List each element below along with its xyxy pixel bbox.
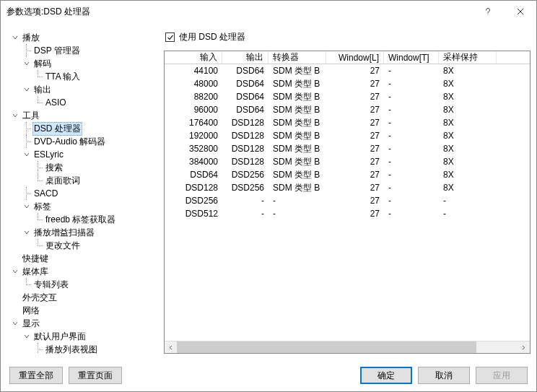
scroll-right-icon[interactable] — [518, 341, 530, 353]
table-cell: - — [384, 131, 439, 141]
tree-item-19[interactable]: 专辑列表 — [6, 278, 158, 291]
horizontal-scrollbar[interactable] — [165, 341, 530, 353]
table-body[interactable]: 44100DSD64SDM 类型 B27-8X48000DSD64SDM 类型 … — [165, 64, 530, 341]
table-cell: DSD128 — [222, 144, 268, 154]
table-row[interactable]: 48000DSD64SDM 类型 B27-8X — [165, 77, 530, 90]
tree-label: 桌面歌词 — [44, 175, 82, 187]
table-row[interactable]: 88200DSD64SDM 类型 B27-8X — [165, 90, 530, 103]
table-cell: - — [384, 105, 439, 115]
tree-item-9[interactable]: ESLyric — [6, 148, 158, 161]
tree-item-6[interactable]: 工具 — [6, 109, 158, 122]
table-cell: 27 — [326, 144, 384, 154]
table-cell: DSD64 — [222, 79, 268, 89]
tree-item-22[interactable]: 显示 — [6, 317, 158, 330]
table-cell: 27 — [326, 105, 384, 115]
right-panel: 使用 DSD 处理器 输入输出转换器Window[L]Window[T]采样保持… — [164, 28, 531, 354]
table-cell: - — [384, 92, 439, 102]
tree-label: 搜索 — [44, 162, 64, 174]
chevron-down-icon[interactable] — [21, 330, 32, 343]
enable-dsd-checkbox[interactable]: 使用 DSD 处理器 — [164, 28, 531, 51]
table-row[interactable]: 192000DSD128SDM 类型 B27-8X — [165, 129, 530, 142]
tree-label: freedb 标签获取器 — [44, 214, 117, 226]
scroll-thumb[interactable] — [177, 341, 476, 353]
table-cell: - — [384, 66, 439, 76]
table-row[interactable]: 96000DSD64SDM 类型 B27-8X — [165, 103, 530, 116]
chevron-down-icon[interactable] — [21, 83, 32, 96]
tree-item-20[interactable]: 外壳交互 — [6, 291, 158, 304]
tree-label: 工具 — [21, 110, 41, 122]
reset-all-button[interactable]: 重置全部 — [9, 367, 63, 384]
column-header-3[interactable]: Window[L] — [326, 51, 384, 64]
tree-label: 标签 — [32, 201, 53, 213]
help-button[interactable] — [471, 1, 504, 22]
table-row[interactable]: DSD512--27-- — [165, 207, 530, 220]
table-cell: - — [384, 170, 439, 180]
table-cell: DSD256 — [222, 170, 268, 180]
tree-item-7[interactable]: DSD 处理器 — [6, 122, 158, 135]
chevron-down-icon[interactable] — [21, 200, 32, 213]
table-row[interactable]: 384000DSD128SDM 类型 B27-8X — [165, 155, 530, 168]
table-cell: DSD512 — [165, 209, 222, 219]
table-cell: 192000 — [165, 131, 222, 141]
chevron-down-icon[interactable] — [21, 148, 32, 161]
tree-item-23[interactable]: 默认用户界面 — [6, 330, 158, 343]
table-cell: 27 — [326, 209, 384, 219]
table-cell: 27 — [326, 79, 384, 89]
scroll-track[interactable] — [177, 341, 518, 353]
tree-item-10[interactable]: 搜索 — [6, 161, 158, 174]
tree-label: DSD 处理器 — [32, 122, 82, 136]
tree-item-0[interactable]: 播放 — [6, 31, 158, 44]
tree-item-2[interactable]: 解码 — [6, 57, 158, 70]
column-header-2[interactable]: 转换器 — [268, 51, 326, 64]
table-row[interactable]: DSD64DSD256SDM 类型 B27-8X — [165, 168, 530, 181]
table-row[interactable]: 44100DSD64SDM 类型 B27-8X — [165, 64, 530, 77]
table-cell: 27 — [326, 196, 384, 206]
tree-item-16[interactable]: 更改文件 — [6, 239, 158, 252]
chevron-down-icon[interactable] — [9, 109, 21, 122]
chevron-down-icon[interactable] — [21, 57, 32, 70]
cancel-button[interactable]: 取消 — [418, 367, 470, 384]
chevron-down-icon[interactable] — [9, 31, 21, 44]
nav-tree[interactable]: 播放DSP 管理器解码TTA 输入输出ASIO工具DSD 处理器DVD-Audi… — [6, 28, 158, 354]
table-cell: - — [222, 196, 268, 206]
tree-item-8[interactable]: DVD-Audio 解码器 — [6, 135, 158, 148]
column-header-5[interactable]: 采样保持 — [439, 51, 497, 64]
tree-item-17[interactable]: 快捷键 — [6, 252, 158, 265]
close-button[interactable] — [504, 1, 536, 22]
table-row[interactable]: DSD256--27-- — [165, 194, 530, 207]
content-area: 播放DSP 管理器解码TTA 输入输出ASIO工具DSD 处理器DVD-Audi… — [1, 22, 536, 360]
tree-item-21[interactable]: 网络 — [6, 304, 158, 317]
reset-page-button[interactable]: 重置页面 — [69, 367, 122, 384]
table-header[interactable]: 输入输出转换器Window[L]Window[T]采样保持 — [165, 51, 530, 64]
tree-item-11[interactable]: 桌面歌词 — [6, 174, 158, 187]
column-header-4[interactable]: Window[T] — [384, 51, 439, 64]
tree-item-15[interactable]: 播放增益扫描器 — [6, 226, 158, 239]
apply-button[interactable]: 应用 — [476, 367, 528, 384]
tree-item-18[interactable]: 媒体库 — [6, 265, 158, 278]
table-row[interactable]: 176400DSD128SDM 类型 B27-8X — [165, 116, 530, 129]
tree-item-14[interactable]: freedb 标签获取器 — [6, 213, 158, 226]
table-cell: 8X — [439, 131, 497, 141]
table-cell: 27 — [326, 157, 384, 167]
table-cell: 44100 — [165, 66, 222, 76]
table-row[interactable]: DSD128DSD256SDM 类型 B27-8X — [165, 181, 530, 194]
chevron-down-icon[interactable] — [9, 317, 21, 330]
table-cell: - — [384, 209, 439, 219]
tree-label: DVD-Audio 解码器 — [32, 136, 107, 148]
tree-item-13[interactable]: 标签 — [6, 200, 158, 213]
tree-item-12[interactable]: SACD — [6, 187, 158, 200]
chevron-down-icon[interactable] — [21, 226, 32, 239]
table-row[interactable]: 352800DSD128SDM 类型 B27-8X — [165, 142, 530, 155]
tree-item-5[interactable]: ASIO — [6, 96, 158, 109]
column-header-0[interactable]: 输入 — [165, 51, 222, 64]
branch-line — [21, 278, 32, 291]
tree-label: TTA 输入 — [44, 71, 82, 83]
column-header-1[interactable]: 输出 — [222, 51, 268, 64]
tree-item-1[interactable]: DSP 管理器 — [6, 44, 158, 57]
ok-button[interactable]: 确定 — [360, 367, 412, 384]
tree-item-3[interactable]: TTA 输入 — [6, 70, 158, 83]
tree-item-4[interactable]: 输出 — [6, 83, 158, 96]
chevron-down-icon[interactable] — [9, 265, 21, 278]
scroll-left-icon[interactable] — [165, 341, 177, 353]
tree-item-24[interactable]: 播放列表视图 — [6, 343, 158, 354]
